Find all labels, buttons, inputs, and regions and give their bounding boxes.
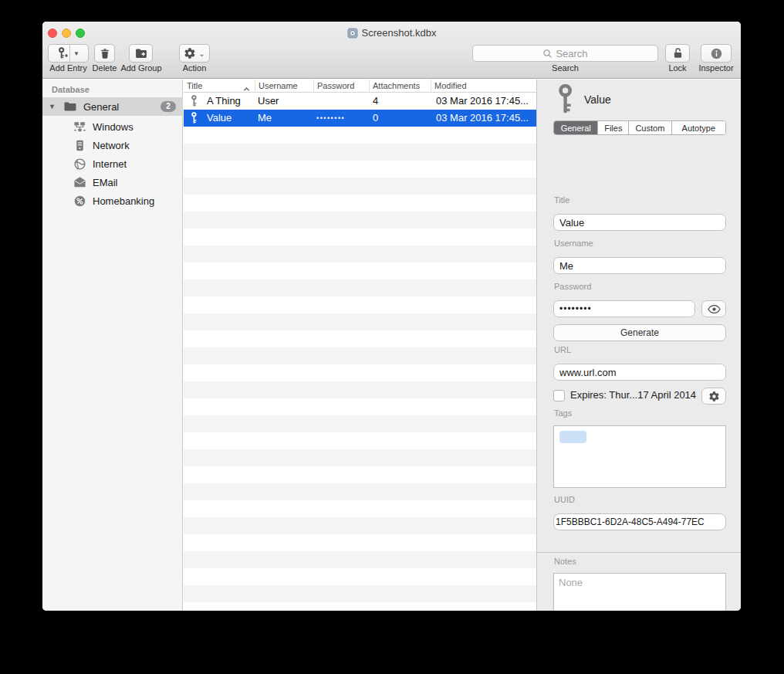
title-label: Title bbox=[554, 195, 569, 205]
expires-label: Expires: Thur...17 April 2014 bbox=[570, 389, 696, 401]
column-header-username[interactable]: Username bbox=[255, 80, 314, 93]
cell-title: Value bbox=[207, 110, 255, 127]
table-row-empty bbox=[184, 534, 536, 551]
table-row-empty bbox=[184, 432, 536, 449]
sidebar-item-general[interactable]: ▼ General 2 bbox=[42, 97, 183, 116]
tab-general[interactable]: General bbox=[554, 121, 598, 134]
group-sidebar: Database ▼ General 2 Windows bbox=[42, 80, 183, 611]
entry-key-icon bbox=[556, 84, 577, 115]
tags-field[interactable] bbox=[553, 425, 726, 488]
action-button[interactable]: ⌄ bbox=[179, 44, 210, 63]
folder-icon bbox=[63, 100, 77, 113]
sidebar-item-label: EMail bbox=[93, 177, 118, 188]
column-header-modified[interactable]: Modified bbox=[431, 80, 536, 93]
table-row-empty bbox=[184, 364, 536, 381]
entry-table-header: Title Username Password Attachments Modi… bbox=[184, 80, 536, 93]
add-entry-dropdown-arrow-icon[interactable]: ▼ bbox=[70, 50, 83, 57]
inspector-panel: Value General Files Custom Autotype Titl… bbox=[536, 80, 741, 611]
gear-icon bbox=[184, 47, 196, 59]
add-group-button[interactable] bbox=[129, 44, 153, 63]
table-row-empty bbox=[184, 127, 536, 144]
entry-table-body: A Thing User 4 03 Mar 2016 17:45... Valu… bbox=[184, 93, 536, 611]
search-input[interactable]: Search bbox=[472, 45, 658, 62]
title-field[interactable] bbox=[553, 214, 726, 231]
table-row-empty bbox=[184, 500, 536, 517]
info-icon bbox=[710, 47, 723, 60]
search-placeholder: Search bbox=[556, 48, 587, 59]
sidebar-item-homebanking[interactable]: Homebanking bbox=[42, 191, 183, 210]
expires-checkbox[interactable] bbox=[553, 390, 565, 401]
url-field[interactable] bbox=[553, 364, 726, 381]
cell-modified: 03 Mar 2016 17:45... bbox=[436, 110, 536, 127]
app-window: Screenshot.kdbx ▼ Add Entry Delete bbox=[42, 22, 741, 611]
disclosure-triangle-icon[interactable]: ▼ bbox=[49, 103, 56, 110]
desktop: Screenshot.kdbx ▼ Add Entry Delete bbox=[0, 0, 784, 674]
show-password-button[interactable] bbox=[701, 300, 726, 317]
inspector-entry-title: Value bbox=[584, 93, 611, 106]
delete-button[interactable] bbox=[94, 44, 115, 63]
sidebar-item-internet[interactable]: Internet bbox=[42, 154, 183, 173]
uuid-label: UUID bbox=[554, 495, 575, 504]
username-field[interactable] bbox=[553, 257, 726, 274]
windows-network-icon bbox=[73, 120, 86, 134]
cell-modified: 03 Mar 2016 17:45... bbox=[436, 93, 536, 110]
sidebar-item-label: Homebanking bbox=[93, 195, 154, 207]
entry-count-badge: 2 bbox=[161, 101, 176, 112]
add-entry-label: Add Entry bbox=[48, 63, 89, 73]
trash-icon bbox=[99, 47, 111, 60]
generate-button[interactable]: Generate bbox=[553, 324, 726, 341]
sidebar-item-label: Windows bbox=[93, 121, 133, 133]
table-row[interactable]: A Thing User 4 03 Mar 2016 17:45... bbox=[184, 93, 536, 110]
window-title-text: Screenshot.kdbx bbox=[362, 27, 437, 39]
tab-files[interactable]: Files bbox=[598, 121, 629, 134]
table-row-empty bbox=[184, 551, 536, 568]
tags-label: Tags bbox=[554, 408, 572, 418]
add-entry-button[interactable]: ▼ bbox=[48, 44, 89, 63]
inspector-tabs: General Files Custom Autotype bbox=[553, 120, 726, 135]
key-plus-icon bbox=[54, 46, 69, 60]
sidebar-item-email[interactable]: EMail bbox=[42, 173, 183, 191]
search-label: Search bbox=[472, 63, 658, 73]
cell-title: A Thing bbox=[207, 93, 255, 110]
tab-custom[interactable]: Custom bbox=[629, 121, 672, 134]
cell-username: User bbox=[258, 93, 313, 110]
table-row-empty bbox=[184, 415, 536, 432]
table-row-empty bbox=[184, 246, 536, 262]
sidebar-item-label: General bbox=[83, 101, 161, 113]
table-row-selected[interactable]: Value Me •••••••• 0 03 Mar 2016 17:45... bbox=[184, 110, 536, 127]
column-header-attachments[interactable]: Attachments bbox=[370, 80, 431, 93]
column-header-password[interactable]: Password bbox=[314, 80, 370, 93]
table-row-empty bbox=[184, 585, 536, 602]
folder-plus-icon bbox=[134, 47, 148, 59]
table-row-empty bbox=[184, 449, 536, 466]
inspector-button[interactable] bbox=[701, 44, 732, 63]
cell-password bbox=[316, 93, 369, 110]
table-row-empty bbox=[184, 262, 536, 279]
action-label: Action bbox=[175, 63, 214, 73]
table-row-empty bbox=[184, 313, 536, 330]
password-field[interactable] bbox=[553, 300, 695, 317]
chevron-down-icon: ⌄ bbox=[198, 49, 204, 58]
sidebar-item-network[interactable]: Network bbox=[42, 136, 183, 154]
window-title: Screenshot.kdbx bbox=[42, 27, 741, 41]
globe-icon bbox=[73, 157, 86, 171]
uuid-field[interactable] bbox=[553, 513, 726, 530]
table-row-empty bbox=[184, 144, 536, 161]
table-row-empty bbox=[184, 483, 536, 500]
content-area: Database ▼ General 2 Windows bbox=[42, 80, 741, 611]
notes-field[interactable] bbox=[553, 573, 726, 611]
add-group-label: Add Group bbox=[117, 63, 165, 73]
titlebar-toolbar: Screenshot.kdbx ▼ Add Entry Delete bbox=[42, 22, 741, 79]
sidebar-item-windows[interactable]: Windows bbox=[42, 117, 183, 136]
table-row-empty bbox=[184, 178, 536, 195]
cell-password: •••••••• bbox=[316, 110, 369, 127]
tab-autotype[interactable]: Autotype bbox=[672, 121, 725, 134]
username-label: Username bbox=[554, 239, 593, 248]
lock-button[interactable] bbox=[665, 44, 690, 63]
server-icon bbox=[73, 139, 86, 152]
tag-token[interactable] bbox=[559, 431, 586, 443]
expires-settings-button[interactable] bbox=[701, 388, 726, 405]
column-header-title[interactable]: Title bbox=[184, 80, 255, 93]
table-row-empty bbox=[184, 296, 536, 313]
url-label: URL bbox=[554, 345, 571, 354]
